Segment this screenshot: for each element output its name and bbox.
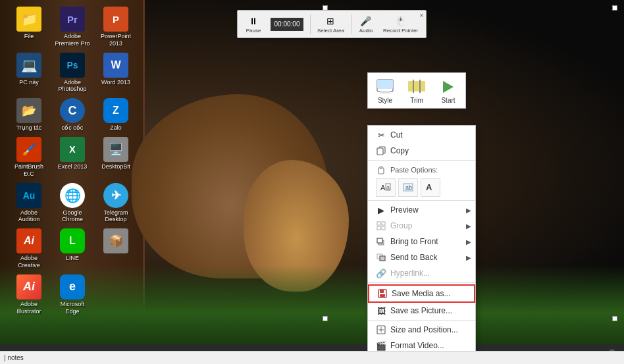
paste-icon [376, 165, 386, 175]
icon-paintbrush[interactable]: 🖌️ PaintBrush Đ.C [10, 137, 48, 178]
record-pointer-icon: 🖱️ [393, 14, 409, 28]
status-bar: | notes [0, 351, 624, 364]
bring-to-front-menu-item[interactable]: Bring to Front ▶ [368, 234, 475, 249]
notes-label: | notes [4, 354, 24, 361]
desktop-icons: 📁 File Pr Adobe Premiere Pro P PowerPoin… [10, 7, 135, 315]
format-video-icon: 🎬 [376, 340, 386, 351]
send-to-back-icon [376, 252, 386, 263]
icon-row-2: 💻 PC này Ps Adobe Photoshop W Word 2013 [10, 53, 135, 93]
preview-menu-item[interactable]: ▶ Preview ▶ [368, 202, 475, 218]
preview-arrow: ▶ [466, 207, 471, 214]
svg-text:A: A [380, 184, 386, 192]
icon-creative[interactable]: Ai Adobe Creative [10, 228, 48, 269]
audio-icon: 🎤 [358, 14, 374, 28]
send-to-back-menu-item[interactable]: Send to Back ▶ [368, 249, 475, 265]
selection-handle-bottom[interactable] [323, 316, 328, 321]
svg-marker-6 [443, 81, 454, 93]
pause-icon: ⏸ [246, 14, 261, 28]
style-icon [375, 77, 396, 97]
bring-to-front-arrow: ▶ [466, 238, 471, 246]
menu-separator-2 [368, 200, 475, 201]
paste-opt-3[interactable]: A [421, 178, 440, 197]
svg-rect-10 [380, 167, 382, 169]
icon-desktop[interactable]: 🖥️ DesktopBit [97, 137, 135, 178]
svg-rect-26 [380, 290, 384, 293]
icon-photoshop[interactable]: Ps Adobe Photoshop [53, 53, 91, 93]
icon-pc[interactable]: 💻 PC này [10, 53, 48, 93]
icon-row-5: Au Adobe Audition 🌐 Google Chrome ✈ Tele… [10, 183, 135, 224]
paste-opt-1[interactable]: A a [376, 178, 396, 197]
size-position-menu-item[interactable]: Size and Position... [368, 322, 475, 338]
select-area-button[interactable]: ⊞ Select Area [315, 13, 347, 35]
toolbar-close-btn[interactable]: × [419, 12, 423, 19]
icon-powerpoint[interactable]: P PowerPoint 2013 [97, 7, 135, 47]
svg-rect-3 [408, 81, 425, 91]
svg-text:a: a [386, 184, 390, 191]
icon-row-1: 📁 File Pr Adobe Premiere Pro P PowerPoin… [10, 7, 135, 47]
bring-to-front-icon [376, 236, 386, 247]
hyperlink-icon: 🔗 [376, 268, 386, 278]
save-as-picture-menu-item[interactable]: 🖼 Save as Picture... [368, 303, 475, 319]
icon-excel[interactable]: X Excel 2013 [53, 137, 91, 178]
desktop: 📁 File Pr Adobe Premiere Pro P PowerPoin… [0, 0, 624, 364]
pause-button[interactable]: ⏸ Pause [243, 13, 264, 35]
svg-rect-24 [380, 256, 385, 261]
cut-menu-item[interactable]: ✂ Cut [368, 127, 475, 143]
svg-rect-27 [380, 294, 385, 297]
save-media-as-menu-item[interactable]: Save Media as... [368, 284, 475, 303]
selection-handle-top-right[interactable] [612, 5, 617, 11]
icon-file[interactable]: 📁 File [10, 7, 48, 47]
context-menu: ✂ Cut Copy Paste Options: [367, 125, 476, 355]
svg-rect-8 [377, 148, 383, 155]
svg-rect-17 [377, 222, 380, 225]
audio-button[interactable]: 🎤 Audio [355, 13, 377, 35]
hyperlink-menu-item[interactable]: 🔗 Hyperlink... [368, 265, 475, 281]
icon-row-4: 🖌️ PaintBrush Đ.C X Excel 2013 🖥️ Deskto… [10, 137, 135, 178]
selection-handle-bottom-right[interactable] [612, 316, 617, 321]
icon-illustrator[interactable]: Ai Adobe Illustrator [10, 274, 48, 315]
svg-text:A: A [426, 182, 432, 192]
style-button[interactable]: Style [375, 77, 396, 104]
group-icon [376, 221, 386, 231]
svg-rect-18 [382, 222, 385, 225]
icon-edge[interactable]: e Microsoft Edge [53, 274, 91, 315]
save-as-picture-icon: 🖼 [376, 305, 386, 316]
icon-row-3: 📂 Trụng tác C cốc cốc Z Zalo [10, 98, 135, 132]
svg-rect-20 [382, 226, 385, 230]
icon-row-6: Ai Adobe Creative L LINE 📦 [10, 228, 135, 269]
size-position-icon [376, 325, 386, 335]
icon-word[interactable]: W Word 2013 [97, 53, 135, 93]
svg-text:ab: ab [405, 184, 412, 191]
icon-coccoc[interactable]: C cốc cốc [53, 98, 91, 132]
menu-separator-3 [368, 282, 475, 283]
save-media-icon [377, 288, 388, 299]
svg-rect-2 [380, 91, 390, 93]
icon-box[interactable]: 📦 [97, 228, 135, 269]
menu-separator-4 [368, 320, 475, 321]
icon-zalo[interactable]: Z Zalo [97, 98, 135, 132]
copy-menu-item[interactable]: Copy [368, 143, 475, 159]
svg-rect-1 [377, 80, 393, 89]
trim-button[interactable]: Trim [406, 77, 427, 104]
time-display: 00:00:00 [268, 16, 306, 32]
paste-options-row: A a ab A [368, 176, 475, 199]
icon-premiere[interactable]: Pr Adobe Premiere Pro [53, 7, 91, 47]
icon-trung-tac[interactable]: 📂 Trụng tác [10, 98, 48, 132]
toolbar-separator-2 [351, 14, 351, 34]
group-menu-item[interactable]: Group ▶ [368, 218, 475, 234]
cut-icon: ✂ [376, 130, 386, 140]
select-area-icon: ⊞ [323, 14, 338, 28]
menu-separator-1 [368, 160, 475, 161]
icon-audition[interactable]: Au Adobe Audition [10, 183, 48, 224]
icon-chrome[interactable]: 🌐 Google Chrome [53, 183, 91, 224]
record-pointer-button[interactable]: 🖱️ Record Pointer [380, 13, 421, 35]
trim-icon [406, 77, 427, 97]
start-icon [438, 77, 459, 97]
toolbar-separator-1 [310, 14, 311, 34]
icon-telegram[interactable]: ✈ Telegram Desktop [97, 183, 135, 224]
paste-opt-2[interactable]: ab [398, 178, 418, 197]
group-arrow: ▶ [466, 222, 471, 230]
icon-line[interactable]: L LINE [53, 228, 91, 269]
svg-rect-19 [377, 226, 380, 230]
start-button[interactable]: Start [438, 77, 459, 104]
